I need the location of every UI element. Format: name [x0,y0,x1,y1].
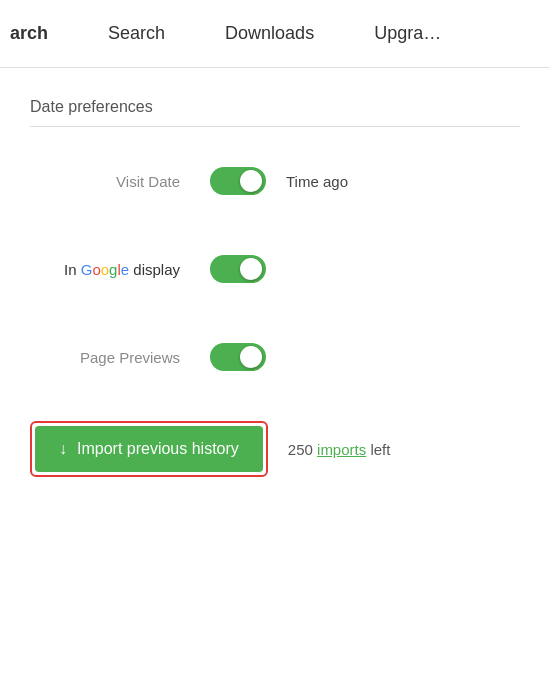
imports-info: 250 imports left [288,441,391,458]
page-previews-label: Page Previews [30,349,180,366]
google-letter-o2: o [101,261,109,278]
toggle-thumb [240,258,262,280]
google-letter-o1: o [92,261,100,278]
import-area: ↓ Import previous history 250 imports le… [30,421,520,477]
toggle-thumb [240,170,262,192]
main-content: Date preferences Visit Date Time ago In … [0,68,550,507]
google-display-toggle[interactable] [210,255,266,283]
section-title: Date preferences [30,98,520,127]
visit-date-row: Visit Date Time ago [30,157,520,205]
nav-item-downloads[interactable]: Downloads [195,0,344,67]
google-display-row: In Google display [30,245,520,293]
toggle-thumb [240,346,262,368]
import-button-wrapper: ↓ Import previous history [30,421,268,477]
imports-link[interactable]: imports [317,441,366,458]
visit-date-toggle[interactable] [210,167,266,195]
google-letter-g: G [81,261,93,278]
nav-item-upgrade[interactable]: Upgra… [344,0,471,67]
google-display-label: In Google display [30,261,180,278]
nav-item-arch[interactable]: arch [0,0,78,67]
page-previews-toggle[interactable] [210,343,266,371]
visit-date-label: Visit Date [30,173,180,190]
google-letter-e: e [121,261,129,278]
import-history-button[interactable]: ↓ Import previous history [35,426,263,472]
download-icon: ↓ [59,440,67,458]
imports-suffix: left [370,441,390,458]
visit-date-desc: Time ago [286,173,348,190]
page-previews-row: Page Previews [30,333,520,381]
import-button-label: Import previous history [77,440,239,458]
nav-bar: arch Search Downloads Upgra… [0,0,550,68]
imports-count: 250 [288,441,313,458]
nav-item-search[interactable]: Search [78,0,195,67]
